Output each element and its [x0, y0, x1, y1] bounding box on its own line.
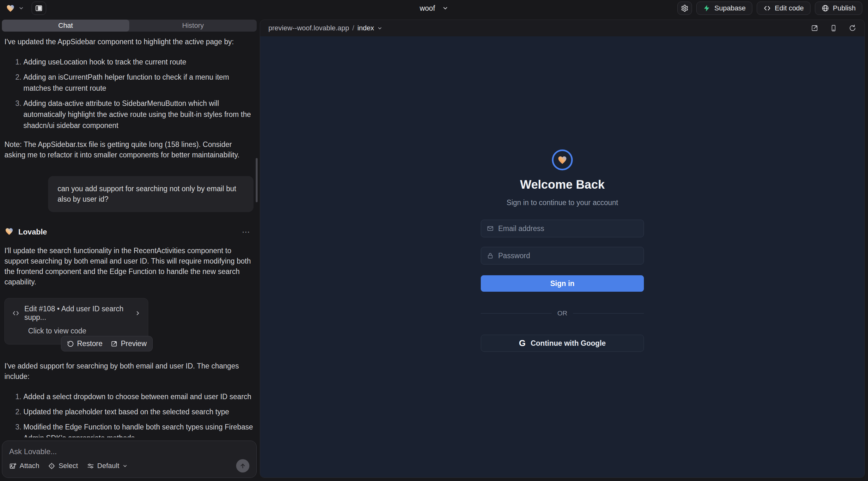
google-button-label: Continue with Google: [531, 339, 606, 348]
divider-label: OR: [557, 310, 567, 317]
preview-url-path: index: [358, 24, 374, 32]
or-divider: OR: [481, 310, 644, 317]
password-field-wrap: [481, 247, 644, 264]
chat-input[interactable]: [9, 447, 249, 458]
list-item: Updated the placeholder text based on th…: [23, 407, 253, 417]
password-input[interactable]: [498, 252, 638, 260]
chat-message-list[interactable]: I've updated the AppSidebar component to…: [0, 32, 258, 438]
assistant-message-text: I've added support for searching by both…: [4, 361, 253, 382]
preview-url-domain: preview--woof.lovable.app: [268, 24, 349, 32]
sign-in-button[interactable]: Sign in: [481, 275, 644, 292]
edit-code-label: Edit code: [775, 4, 804, 12]
assistant-message-text: I've updated the AppSidebar component to…: [4, 37, 253, 47]
assistant-message-text: I'll update the search functionality in …: [4, 246, 253, 287]
lovable-logo-heart-icon[interactable]: [6, 3, 15, 13]
phone-icon: [830, 24, 837, 32]
chevron-down-icon: [122, 463, 128, 469]
email-field-wrap: [481, 220, 644, 237]
auth-logo-ring: [552, 150, 573, 170]
sliders-icon: [87, 462, 94, 470]
project-menu-chevron-down-icon[interactable]: [18, 5, 24, 11]
project-name: woof: [420, 4, 435, 13]
globe-icon: [822, 4, 829, 12]
preview-panel: preview--woof.lovable.app / index: [260, 20, 865, 478]
divider-line: [573, 313, 644, 314]
supabase-bolt-icon: [703, 4, 711, 12]
list-item: Adding useLocation hook to track the cur…: [23, 57, 253, 68]
preview-button[interactable]: Preview: [111, 340, 147, 348]
open-in-new-tab-button[interactable]: [811, 24, 818, 32]
continue-with-google-button[interactable]: G Continue with Google: [481, 335, 644, 352]
lock-icon: [487, 252, 494, 259]
toggle-sidebar-button[interactable]: [32, 2, 46, 15]
auth-card: Welcome Back Sign in to continue to your…: [481, 150, 644, 352]
edit-card-actions: Restore Preview: [61, 336, 153, 351]
refresh-button[interactable]: [849, 24, 856, 32]
send-button[interactable]: [236, 459, 249, 473]
preview-header: preview--woof.lovable.app / index: [260, 20, 865, 36]
list-item: Adding data-active attribute to SidebarM…: [23, 98, 253, 131]
mobile-view-button[interactable]: [830, 24, 837, 32]
list-item: Added a select dropdown to choose betwee…: [23, 391, 253, 402]
supabase-label: Supabase: [714, 4, 746, 12]
edit-code-button[interactable]: Edit code: [757, 2, 810, 15]
assistant-numbered-list: Adding useLocation hook to track the cur…: [4, 57, 253, 131]
supabase-button[interactable]: Supabase: [696, 2, 752, 15]
settings-button[interactable]: [677, 2, 692, 15]
chat-panel: Chat History I've updated the AppSidebar…: [0, 17, 258, 481]
edit-card-subtitle: Click to view code: [28, 327, 141, 335]
auth-page-title: Welcome Back: [520, 178, 605, 192]
user-message-bubble: can you add support for searching not on…: [48, 176, 253, 212]
chat-composer: Attach Select Default: [2, 441, 257, 478]
project-switcher[interactable]: woof: [420, 0, 448, 17]
publish-button[interactable]: Publish: [815, 2, 862, 15]
assistant-note-text: Note: The AppSidebar.tsx file is getting…: [4, 139, 253, 160]
code-icon: [763, 4, 771, 12]
external-link-icon: [811, 24, 818, 32]
email-input[interactable]: [498, 224, 638, 233]
edit-card-wrap: Edit #108 • Add user ID search supp... C…: [4, 298, 148, 345]
chat-history-tabs: Chat History: [2, 20, 257, 32]
refresh-icon: [849, 24, 856, 32]
message-more-menu[interactable]: ⋯: [242, 227, 251, 237]
preview-url-selector[interactable]: preview--woof.lovable.app / index: [268, 24, 382, 32]
mode-selector[interactable]: Default: [87, 462, 128, 470]
tab-history[interactable]: History: [129, 20, 257, 32]
topbar: woof Supabase Edit code: [0, 0, 868, 17]
select-target-icon: [48, 462, 55, 470]
tab-chat[interactable]: Chat: [2, 20, 129, 32]
lovable-avatar-heart-icon: [4, 227, 14, 237]
arrow-up-icon: [239, 462, 246, 469]
attach-image-icon: [9, 462, 17, 470]
preview-url-separator: /: [352, 24, 354, 32]
chevron-down-icon: [377, 26, 382, 31]
assistant-header: Lovable ⋯: [4, 227, 253, 237]
heart-logo-icon: [557, 155, 568, 165]
project-chevron-down-icon: [442, 5, 448, 11]
google-g-icon: G: [519, 339, 526, 348]
assistant-name: Lovable: [18, 228, 47, 236]
publish-label: Publish: [833, 4, 856, 12]
divider-line: [481, 313, 552, 314]
restore-icon: [67, 340, 74, 347]
gear-icon: [681, 4, 688, 12]
preview-iframe-content: Welcome Back Sign in to continue to your…: [260, 36, 865, 478]
list-item: Adding an isCurrentPath helper function …: [23, 72, 253, 94]
main-split: Chat History I've updated the AppSidebar…: [0, 17, 868, 481]
code-icon: [12, 309, 20, 317]
restore-button[interactable]: Restore: [67, 340, 103, 348]
panel-left-icon: [35, 4, 43, 12]
chevron-right-icon: [135, 310, 141, 316]
assistant-numbered-list: Added a select dropdown to choose betwee…: [4, 391, 253, 438]
auth-page-subtitle: Sign in to continue to your account: [507, 198, 618, 207]
mail-icon: [487, 225, 494, 232]
external-link-icon: [111, 340, 118, 347]
edit-card-title: Edit #108 • Add user ID search supp...: [24, 304, 130, 322]
chat-scrollbar-thumb[interactable]: [256, 158, 258, 202]
list-item: Modified the Edge Function to handle bot…: [23, 422, 253, 438]
select-element-button[interactable]: Select: [48, 462, 78, 470]
attach-button[interactable]: Attach: [9, 462, 39, 470]
